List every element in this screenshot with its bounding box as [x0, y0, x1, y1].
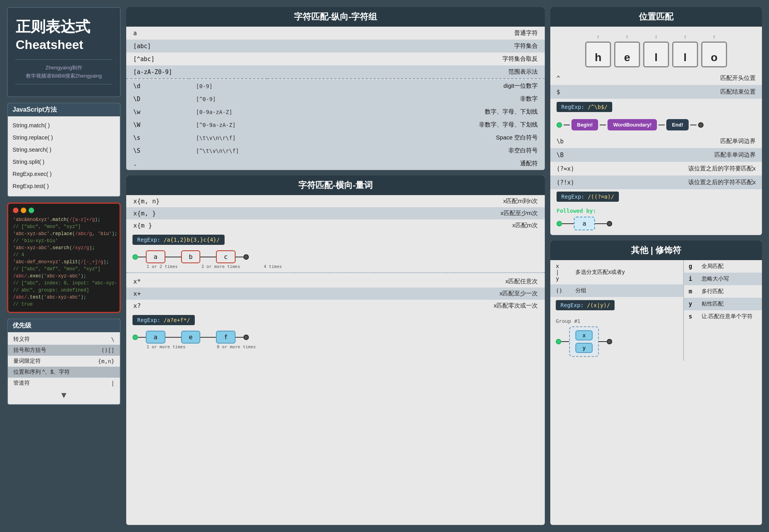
table-cell: 通配符 — [267, 157, 545, 170]
table-cell: $ — [550, 85, 582, 99]
middle-column: 字符匹配-纵向-字符组 a 普通字符 [abc] 字符集合 — [126, 7, 545, 525]
table-cell: digit一位数字 — [267, 80, 545, 92]
list-item: String.match( ) — [13, 119, 115, 132]
table-cell: m — [684, 285, 697, 298]
table-row: x{m } x匹配m次 — [126, 219, 545, 232]
group-line — [599, 341, 607, 342]
table-row: \d [0-9] digit一位数字 — [126, 80, 545, 92]
lookahead-regexp-display: RegExp: /((?=a)/ — [557, 192, 619, 202]
rr-line — [200, 257, 216, 257]
rr-line — [138, 257, 146, 257]
table-cell: 分组 — [570, 284, 683, 297]
table-row: x+ x匹配至少一次 — [126, 288, 545, 300]
group-diagram: Group #1 x y — [550, 314, 683, 361]
regexp2-display: RegExp: /a?e+f*/ — [132, 315, 195, 325]
table-cell: 匹配结束位置 — [582, 85, 762, 99]
table-cell: (?!x) — [550, 176, 582, 189]
table-cell: [^0-9] — [189, 92, 267, 105]
table-cell — [189, 157, 267, 170]
rr-box-a: a — [146, 250, 165, 263]
lookahead-section: RegExp: /((?=a)/ Followed by: a — [550, 189, 762, 235]
table-cell: x{m, n} — [126, 195, 185, 207]
table-cell: 忽略大小写 — [697, 273, 762, 285]
code-block: 'abc&mno&xyz'.match(/[a-z]+/g); // ["abc… — [13, 216, 115, 308]
priority-label: 量词限定符 — [13, 358, 41, 365]
other-left: x | y 多选分支匹配x或者y () 分组 RegExp: /( — [550, 260, 683, 361]
priority-label: 位置和序列 ^、$、字符 — [13, 369, 70, 376]
table-cell: 匹配单词边界 — [582, 134, 762, 148]
table-cell: 该位置之后的字符要匹配x — [582, 162, 762, 176]
table-row: m 多行匹配 — [684, 285, 762, 298]
table-cell — [189, 65, 267, 79]
sub-title: Cheatsheet — [16, 38, 112, 52]
nfa-box-end: End! — [666, 119, 689, 130]
regexp-body: /a{1,2}b{3,}c{4}/ — [163, 237, 219, 243]
table-cell: x* — [126, 275, 185, 288]
table-cell: 匹配非单词边界 — [582, 148, 762, 162]
priority-label: 括号和方括号 — [13, 347, 46, 354]
table-row: [^abc] 字符集合取反 — [126, 52, 545, 65]
table-cell: a — [126, 27, 189, 40]
table-cell: [0-9] — [189, 80, 267, 92]
quant-body: x{m, n} x匹配m到n次 x{m, } x匹配至少m次 x{m } x匹配… — [126, 195, 545, 356]
table-cell: 该位置之后的字符不匹配x — [582, 176, 762, 189]
table-row: a 普通字符 — [126, 27, 545, 40]
la-line — [595, 223, 607, 224]
table-cell: 让.匹配任意单个字符 — [697, 310, 762, 323]
table-cell: \W — [126, 118, 189, 131]
table-cell — [189, 40, 267, 52]
nfa-end — [698, 122, 704, 128]
regexp-body: /((?=a)/ — [588, 194, 614, 200]
group-end — [607, 339, 612, 344]
table-cell: 多行匹配 — [697, 285, 762, 298]
rr-box-c: c — [216, 250, 236, 263]
main-title: 正则表达式 — [16, 19, 112, 35]
rr-label: 4 times — [264, 264, 282, 269]
table-cell: \S — [126, 144, 189, 157]
key-l2-container: ↑ l — [672, 34, 698, 67]
table-cell: x匹配m到n次 — [185, 195, 545, 207]
char-match-panel: 字符匹配-纵向-字符组 a 普通字符 [abc] 字符集合 — [126, 7, 545, 170]
char-match-body: a 普通字符 [abc] 字符集合 [^abc] 字符集合取反 — [126, 27, 545, 170]
rr-line — [165, 257, 181, 257]
table-cell: x+ — [126, 288, 185, 300]
table-cell: [a-zA-Z0-9] — [126, 65, 189, 79]
nfa-line — [600, 125, 606, 125]
table-cell: 粘性匹配 — [697, 298, 762, 310]
table-cell: Space 空白符号 — [267, 131, 545, 144]
table-row: s 让.匹配任意单个字符 — [684, 310, 762, 323]
char-match-header: 字符匹配-纵向-字符组 — [126, 7, 545, 27]
rr-box-f: f — [216, 331, 236, 344]
nfa-box-word: WordBoundary! — [608, 119, 657, 130]
key-l1-container: ↑ l — [643, 34, 669, 67]
rr-end-circle — [243, 335, 249, 340]
rr-start-circle — [132, 254, 138, 260]
table-row: x | y 多选分支匹配x或者y — [550, 260, 683, 284]
quant-table: x{m, n} x匹配m到n次 x{m, } x匹配至少m次 x{m } x匹配… — [126, 195, 545, 232]
key-o: o — [701, 42, 727, 67]
table-cell: . — [126, 157, 189, 170]
priority-badge: {m,n} — [98, 358, 114, 364]
rr-label: 0 or more times — [217, 344, 256, 349]
char-table: a 普通字符 [abc] 字符集合 [^abc] 字符集合取反 — [126, 27, 545, 170]
regexp1-display: RegExp: /a{1,2}b{3,}c{4}/ — [132, 235, 225, 245]
priority-row: 管道符 | — [8, 378, 120, 389]
up-arrow-icon: ↑ — [655, 34, 658, 40]
dot-red — [13, 208, 18, 213]
regexp-wb-section: RegExp: /^\b$/ — [550, 99, 762, 117]
author-info: Zhengyaing制作 教学视频请BiliBili搜索Zhengyaing — [16, 64, 112, 80]
up-arrow-icon: ↑ — [713, 34, 716, 40]
rr-label: 3 or more times — [201, 264, 240, 269]
table-cell: \B — [550, 148, 582, 162]
table-cell: \b — [550, 134, 582, 148]
pos-panel: 位置匹配 ↑ h ↑ e ↑ l ↑ l — [550, 7, 762, 235]
table-cell: x | y — [550, 260, 570, 284]
railroad2: a e f 1 or more times 0 or more times — [126, 329, 545, 356]
table-row: $ 匹配结束位置 — [550, 85, 762, 99]
pos-table2: \b 匹配单词边界 \B 匹配非单词边界 (?=x) 该位置之后的字符要匹配x … — [550, 134, 762, 189]
table-row: \W [^0-9a-zA-Z] 非数字、字母、下划线 — [126, 118, 545, 131]
table-cell: i — [684, 273, 697, 285]
table-row: [abc] 字符集合 — [126, 40, 545, 52]
group-label: Group #1 — [556, 318, 678, 324]
la-end — [607, 221, 612, 226]
